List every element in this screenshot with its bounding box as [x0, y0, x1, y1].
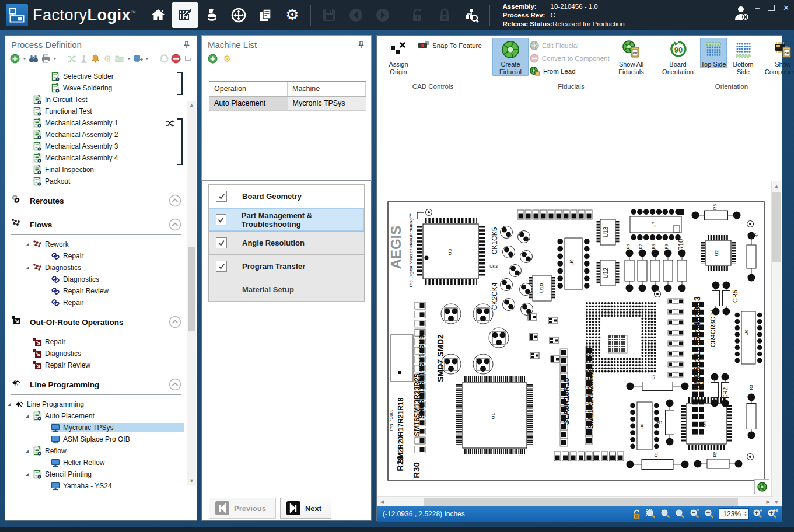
edit-fiducial-button[interactable]: Edit Fiducial [530, 40, 611, 50]
tree-item-functional-test[interactable]: Functional Test [5, 106, 187, 117]
tree-item-line-programming[interactable]: Line Programming [5, 398, 187, 410]
column-header-machine[interactable]: Machine [288, 82, 366, 96]
tree-item-repair-review[interactable]: Repair Review [5, 285, 187, 297]
tree-item-packout[interactable]: Packout [5, 176, 187, 187]
wizard-step-part-management-troubleshooting[interactable]: Part Management & Troubleshooting [209, 208, 364, 232]
zoom-out-step-icon[interactable] [690, 509, 701, 520]
tree-item-repair[interactable]: Repair [5, 297, 187, 309]
scrollbar-thumb[interactable] [772, 192, 781, 262]
zoom-all-icon[interactable] [675, 509, 686, 520]
block-icon[interactable] [171, 53, 181, 64]
save-icon[interactable] [316, 2, 342, 28]
lock-zoom-icon[interactable] [631, 509, 642, 520]
dropdown-caret-icon[interactable] [53, 53, 57, 64]
tree-item-yamaha-ys24[interactable]: Yamaha - YS24 [5, 480, 187, 492]
scrollbar-thumb[interactable] [188, 247, 195, 331]
tree-item-rework[interactable]: Rework [5, 239, 187, 250]
board-orientation-button[interactable]: 90 Board Orientation [657, 38, 699, 76]
tree-item-final-inspection[interactable]: Final Inspection [5, 164, 187, 176]
bell-icon[interactable] [90, 53, 101, 64]
dropdown-caret-icon[interactable] [22, 53, 27, 64]
expander-icon[interactable] [25, 448, 30, 454]
process-tree-scrollbar[interactable]: ▲▼ [187, 101, 196, 485]
tree-item-auto-placement[interactable]: Auto Placement [5, 410, 187, 422]
previous-button[interactable]: Previous [209, 498, 276, 519]
back-icon[interactable] [343, 2, 369, 28]
top-side-button[interactable]: Top Side [700, 38, 727, 68]
shuffle-icon[interactable] [67, 53, 77, 64]
expander-icon[interactable] [25, 471, 30, 477]
forward-icon[interactable] [370, 2, 396, 28]
expander-icon[interactable] [25, 242, 30, 247]
convert-to-component-button[interactable]: Convert to Component [530, 53, 611, 63]
snap-to-feature-button[interactable]: Snap To Feature [418, 40, 485, 50]
section-reroutes[interactable]: Reroutes [5, 192, 187, 209]
scrollbar-thumb[interactable] [424, 498, 738, 506]
expand-corner-icon[interactable] [183, 53, 193, 64]
zoom-out-icon[interactable] [704, 509, 715, 520]
unlock-icon[interactable] [405, 2, 431, 28]
collapse-up-icon[interactable] [169, 316, 181, 328]
section-flows[interactable]: Flows [5, 216, 187, 233]
print-icon[interactable] [40, 53, 51, 64]
tree-item-in-circuit-test[interactable]: In Circuit Test [5, 94, 187, 106]
create-fiducial-button[interactable]: Create Fiducial [492, 38, 529, 76]
delete-data-icon[interactable] [133, 53, 144, 64]
expander-icon[interactable] [25, 265, 30, 271]
tree-item-selective-solder[interactable]: Selective Solder [5, 71, 187, 82]
zoom-level-input[interactable]: 123% ▲▼ [719, 508, 749, 520]
section-out-of-route-operations[interactable]: Out-Of-Route Operations [5, 313, 187, 331]
tree-item-repair-review[interactable]: Repair Review [5, 359, 187, 371]
wizard-step-program-transfer[interactable]: Program Transfer [209, 255, 364, 278]
tree-item-mycronic-tpsys[interactable]: Mycronic TPSys [5, 422, 187, 433]
tree-item-mechanical-assembly-4[interactable]: Mechanical Assembly 4 [5, 152, 187, 164]
settings-icon[interactable]: ⚙ [279, 2, 305, 28]
tree-item-diagnostics[interactable]: Diagnostics [5, 348, 187, 359]
tree-item-repair[interactable]: Repair [5, 336, 187, 348]
cad-horizontal-scrollbar[interactable]: ◀▶ [377, 496, 773, 507]
wizard-step-board-geometry[interactable]: Board Geometry [209, 185, 364, 208]
fiducial-mode-button[interactable] [754, 479, 769, 494]
wizard-step-angle-resolution[interactable]: Angle Resolution [209, 232, 364, 255]
process-search-icon[interactable] [459, 2, 484, 28]
maximize-button[interactable] [768, 5, 775, 11]
tree-item-asm-siplace-pro-oib[interactable]: ASM Siplace Pro OIB [5, 433, 187, 445]
logistics-icon[interactable] [226, 2, 251, 28]
home-icon[interactable] [145, 2, 171, 28]
tree-item-heller-reflow[interactable]: Heller Reflow [5, 457, 187, 468]
column-header-operation[interactable]: Operation [209, 82, 288, 96]
documents-icon[interactable] [253, 2, 278, 28]
expander-icon[interactable] [25, 413, 30, 419]
from-lead-button[interactable]: From Lead [530, 66, 611, 76]
machine-row[interactable]: Auto PlacementMycronic TPSys [209, 97, 366, 111]
folder-icon[interactable] [114, 53, 125, 64]
bottom-side-button[interactable]: Bottom Side [728, 38, 758, 76]
tree-item-diagnostics[interactable]: Diagnostics [5, 262, 187, 274]
checkbox[interactable] [216, 191, 227, 202]
collapse-up-icon[interactable] [169, 378, 181, 391]
close-button[interactable]: ✕ [783, 4, 789, 12]
tree-item-mechanical-assembly-3[interactable]: Mechanical Assembly 3 [5, 141, 187, 152]
checkbox[interactable] [216, 214, 226, 225]
tree-item-stencil-printing[interactable]: Stencil Printing [5, 468, 187, 480]
minimize-button[interactable]: – [755, 4, 760, 12]
process-editor-icon[interactable] [172, 2, 198, 28]
dropdown-caret-icon[interactable] [145, 53, 149, 64]
gear-gold-icon[interactable]: ⚙ [222, 54, 232, 64]
tree-item-wave-soldering[interactable]: Wave Soldering [5, 82, 187, 94]
tree-item-mechanical-assembly-2[interactable]: Mechanical Assembly 2 [5, 129, 187, 141]
next-button[interactable]: Next [280, 498, 331, 519]
collapse-up-icon[interactable] [169, 218, 181, 231]
tree-item-diagnostics[interactable]: Diagnostics [5, 274, 187, 285]
pin-icon[interactable] [357, 40, 365, 48]
cad-vertical-scrollbar[interactable]: ▲▼ [771, 181, 781, 507]
dropdown-caret-icon[interactable] [127, 53, 131, 64]
checkbox[interactable] [216, 261, 227, 272]
pin-icon[interactable] [183, 40, 191, 48]
zoom-in-step-icon[interactable] [767, 509, 778, 520]
tree-item-reflow[interactable]: Reflow [5, 445, 187, 457]
zoom-selection-icon[interactable] [646, 509, 657, 520]
tree-item-mechanical-assembly-1[interactable]: Mechanical Assembly 1 [5, 117, 187, 129]
zoom-in-icon[interactable] [753, 509, 764, 520]
assign-origin-button[interactable]: Assign Origin [380, 38, 417, 76]
